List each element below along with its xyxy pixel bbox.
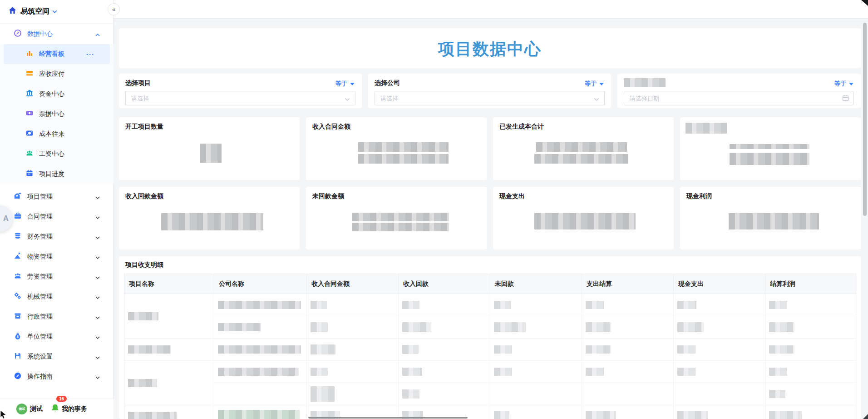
my-tasks-label[interactable]: 我的事务 <box>62 405 87 413</box>
sidebar-group-unit-mgmt[interactable]: $ 单位管理 <box>0 327 113 347</box>
sidebar-group-finance-mgmt[interactable]: 财务管理 <box>0 227 113 247</box>
sidebar-group-labor-mgmt[interactable]: 劳资管理 <box>0 267 113 287</box>
table-row[interactable] <box>124 383 856 405</box>
redacted-cell <box>769 322 794 332</box>
table-cell <box>674 294 765 316</box>
table-row[interactable] <box>124 405 856 419</box>
redacted-cell <box>769 301 787 309</box>
sidebar-collapse-button[interactable]: « <box>108 3 120 15</box>
calendar-picker-icon <box>842 95 849 103</box>
redacted-value <box>161 213 263 230</box>
column-header: 支出结算 <box>582 274 674 294</box>
sidebar: 易筑空间 数据中心 经营看板 ··· 应收应付 <box>0 0 113 419</box>
sidebar-item-cost-exchange[interactable]: 成本往来 <box>0 124 113 144</box>
horizontal-scrollbar-thumb[interactable] <box>308 417 468 419</box>
more-icon[interactable]: ··· <box>86 50 94 58</box>
vertical-scrollbar-thumb[interactable] <box>863 23 867 216</box>
stat-card-redacted <box>680 117 861 180</box>
sidebar-group-contract-mgmt[interactable]: 合同管理 <box>0 207 113 227</box>
table-cell <box>765 316 856 339</box>
chevron-down-icon <box>95 253 100 261</box>
stat-card-title: 未回款金额 <box>312 192 344 200</box>
bank-icon <box>25 89 34 99</box>
sidebar-item-project-progress[interactable]: 项目进度 <box>0 164 113 184</box>
redacted-cell <box>128 379 157 387</box>
redacted-cell <box>128 312 158 320</box>
sidebar-item-label: 工资中心 <box>39 150 64 158</box>
redacted-value <box>536 142 627 152</box>
sidebar-group-system-settings[interactable]: 系统设置 <box>0 347 113 367</box>
calendar-icon <box>25 169 34 179</box>
redacted-cell <box>494 345 512 354</box>
stat-card-cash-profit: 现金利润 <box>680 187 861 249</box>
logo[interactable]: 易筑空间 <box>0 0 113 24</box>
redacted-cell <box>311 301 327 309</box>
table-row[interactable] <box>124 294 856 316</box>
dropdown-arrow-icon <box>849 83 853 85</box>
sidebar-group-machinery-mgmt[interactable]: 机械管理 <box>0 287 113 307</box>
table-cell <box>765 294 856 316</box>
sidebar-item-bill-center[interactable]: 票据中心 <box>0 104 113 124</box>
sidebar-item-receivable-payable[interactable]: 应收应付 <box>0 64 113 84</box>
table-cell <box>765 383 856 405</box>
filter-card-date: 等于 <box>617 74 861 108</box>
table-row[interactable] <box>124 361 856 383</box>
operator-dropdown[interactable]: 等于 <box>834 80 853 88</box>
table-cell <box>582 294 674 316</box>
company-select[interactable] <box>375 91 605 105</box>
sidebar-group-admin-mgmt[interactable]: 行政管理 <box>0 307 113 327</box>
sidebar-group-operation-guide[interactable]: 操作指南 <box>0 367 113 387</box>
archive-icon <box>14 312 22 322</box>
table-row[interactable] <box>124 339 856 361</box>
sidebar-item-business-board[interactable]: 经营看板 ··· <box>4 44 110 64</box>
date-picker[interactable] <box>624 91 854 105</box>
chevron-down-icon <box>95 313 100 321</box>
user-avatar[interactable]: 测试 <box>16 404 27 414</box>
gears-icon <box>14 292 22 302</box>
dropdown-arrow-icon <box>599 83 604 85</box>
bell-icon[interactable] <box>51 403 59 415</box>
operator-dropdown[interactable]: 等于 <box>585 80 604 88</box>
operator-dropdown[interactable]: 等于 <box>335 80 355 88</box>
redacted-cell <box>586 368 604 376</box>
redacted-value <box>200 144 222 163</box>
redacted-cell <box>586 322 611 332</box>
table-cell <box>307 316 399 339</box>
sidebar-item-label: 经营看板 <box>39 50 64 58</box>
sidebar-group-project-mgmt[interactable]: 项目管理 <box>0 187 113 207</box>
stat-card-incurred-cost: 已发生成本合计 <box>493 117 674 180</box>
table-cell <box>214 339 307 361</box>
table-cell <box>582 339 674 361</box>
sidebar-item-salary-center[interactable]: 工资中心 <box>0 144 113 164</box>
redacted-cell <box>402 389 419 399</box>
redacted-cell <box>677 301 696 309</box>
filter-label: 选择公司 <box>375 79 400 87</box>
table-cell <box>307 383 399 405</box>
table-cell <box>214 316 307 339</box>
sidebar-group-label: 操作指南 <box>27 373 53 381</box>
table-row[interactable] <box>124 316 856 339</box>
banknote-icon <box>25 109 34 119</box>
table-cell <box>765 405 856 419</box>
redacted-cell <box>677 368 695 376</box>
svg-text:$: $ <box>17 335 19 339</box>
sidebar-group-materials-mgmt[interactable]: 物资管理 <box>0 247 113 267</box>
sidebar-item-fund-center[interactable]: 资金中心 <box>0 84 113 104</box>
redacted-cell <box>311 386 335 402</box>
table-header-row: 项目名称 公司名称 收入合同金额 收入回款 未回款 支出结算 现金支出 结算利润 <box>124 274 856 294</box>
dropdown-arrow-icon <box>350 83 355 85</box>
chevron-down-icon <box>95 293 100 301</box>
mouse-cursor <box>0 410 8 419</box>
user-name[interactable]: 测试 <box>30 405 43 413</box>
sidebar-group-data-center[interactable]: 数据中心 <box>0 24 113 44</box>
table-cell <box>399 339 490 361</box>
table-cell <box>307 294 399 316</box>
stat-card-title: 现金支出 <box>499 192 525 200</box>
redacted-cell <box>586 345 611 354</box>
redacted-cell <box>128 345 171 354</box>
project-select[interactable] <box>125 91 355 105</box>
table-cell <box>124 361 214 405</box>
table-cell <box>399 361 490 383</box>
table-card: 项目收支明细 项目名称 公司名称 收入合同金额 收入回款 未回款 支出结算 现金… <box>119 256 861 419</box>
compass-icon <box>14 29 22 39</box>
